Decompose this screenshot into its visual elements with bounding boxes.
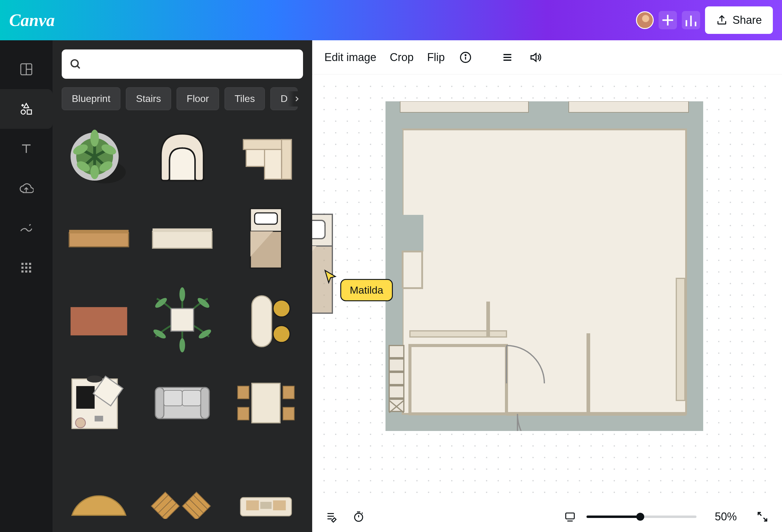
speaker-icon — [529, 51, 542, 64]
svg-rect-16 — [25, 267, 28, 269]
element-dining-set[interactable] — [229, 366, 303, 437]
svg-point-58 — [273, 326, 290, 343]
svg-rect-105 — [389, 372, 404, 385]
svg-rect-41 — [264, 150, 282, 179]
zoom-label[interactable]: 50% — [715, 510, 737, 523]
avatar[interactable] — [636, 11, 654, 29]
element-l-sofa[interactable] — [229, 121, 303, 192]
svg-rect-103 — [389, 345, 404, 358]
info-button[interactable] — [458, 50, 473, 65]
search-input[interactable] — [62, 49, 303, 79]
text-icon — [19, 141, 34, 156]
element-patio-chairs[interactable] — [145, 448, 219, 519]
svg-rect-96 — [400, 101, 529, 112]
timer-icon — [352, 510, 365, 523]
audio-button[interactable] — [528, 50, 543, 65]
top-header: Canva Share — [0, 0, 782, 40]
filter-chip-blueprint[interactable]: Blueprint — [62, 87, 120, 110]
zoom-slider[interactable] — [586, 516, 697, 518]
element-bed[interactable] — [229, 203, 303, 274]
svg-rect-86 — [260, 502, 272, 509]
svg-rect-84 — [246, 500, 259, 510]
notes-button[interactable] — [324, 509, 339, 524]
svg-rect-66 — [155, 388, 164, 419]
svg-rect-71 — [238, 386, 249, 399]
rail-apps[interactable] — [0, 248, 52, 288]
filter-chips: Blueprint Stairs Floor Tiles D — [62, 87, 303, 110]
share-button[interactable]: Share — [705, 6, 773, 34]
elements-icon — [19, 102, 34, 116]
add-button[interactable] — [659, 11, 677, 29]
svg-rect-64 — [95, 416, 103, 421]
element-plant-pot[interactable] — [62, 121, 136, 192]
floorplan[interactable] — [386, 101, 703, 431]
crop-button[interactable]: Crop — [390, 51, 414, 64]
cloud-upload-icon — [19, 181, 34, 196]
svg-rect-15 — [22, 267, 24, 269]
grid-toggle-button[interactable] — [563, 509, 577, 524]
rail-draw[interactable] — [0, 208, 52, 248]
zoom-slider-thumb[interactable] — [636, 513, 644, 521]
svg-line-22 — [77, 66, 80, 68]
fullscreen-icon — [756, 510, 769, 523]
dragging-element-bed[interactable] — [312, 212, 335, 319]
svg-rect-17 — [29, 267, 31, 269]
element-pot-fern[interactable] — [145, 284, 219, 355]
element-sofa-grey[interactable] — [145, 366, 219, 437]
filter-scroll-right[interactable] — [288, 91, 303, 107]
search-icon — [69, 58, 82, 71]
svg-rect-55 — [171, 309, 194, 331]
svg-rect-110 — [410, 345, 506, 414]
timer-button[interactable] — [351, 509, 366, 524]
svg-point-21 — [71, 60, 78, 67]
element-half-round-table[interactable] — [62, 448, 136, 519]
svg-rect-9 — [27, 110, 32, 114]
fullscreen-button[interactable] — [755, 509, 770, 524]
search-field[interactable] — [88, 59, 296, 70]
svg-rect-39 — [281, 140, 291, 179]
svg-rect-19 — [25, 270, 28, 273]
svg-rect-79 — [182, 492, 210, 519]
element-living-set[interactable] — [62, 366, 136, 437]
element-armchair[interactable] — [145, 121, 219, 192]
edit-image-button[interactable]: Edit image — [324, 51, 376, 64]
element-sideboard-wood[interactable] — [62, 203, 136, 274]
svg-rect-74 — [283, 408, 294, 420]
info-icon — [459, 51, 472, 64]
canvas-viewport[interactable]: Matilda — [312, 74, 782, 501]
svg-rect-13 — [25, 263, 28, 265]
svg-rect-48 — [71, 307, 127, 336]
svg-point-89 — [465, 54, 466, 55]
rail-templates[interactable] — [0, 49, 52, 89]
svg-point-8 — [21, 110, 25, 114]
element-rug-terracotta[interactable] — [62, 284, 136, 355]
flip-button[interactable]: Flip — [427, 51, 445, 64]
svg-rect-69 — [182, 390, 201, 406]
svg-rect-100 — [386, 215, 423, 252]
svg-rect-60 — [76, 386, 95, 409]
filter-chip-floor[interactable]: Floor — [177, 87, 219, 110]
filter-chip-tiles[interactable]: Tiles — [224, 87, 265, 110]
svg-rect-97 — [569, 101, 688, 112]
rail-elements[interactable] — [0, 89, 52, 129]
svg-point-62 — [75, 418, 85, 428]
insights-button[interactable] — [682, 11, 700, 29]
svg-point-49 — [154, 296, 169, 309]
rail-text[interactable] — [0, 129, 52, 168]
svg-rect-14 — [29, 263, 31, 265]
element-table-stools[interactable] — [229, 284, 303, 355]
element-sideboard-light[interactable] — [145, 203, 219, 274]
rail-uploads[interactable] — [0, 168, 52, 208]
upload-icon — [716, 14, 727, 26]
svg-rect-94 — [312, 220, 325, 239]
svg-rect-101 — [402, 252, 422, 288]
filter-chip-stairs[interactable]: Stairs — [126, 87, 171, 110]
list-button[interactable] — [500, 50, 515, 65]
cursor-icon — [323, 269, 338, 284]
svg-rect-125 — [566, 513, 574, 519]
left-rail — [0, 40, 52, 532]
svg-rect-56 — [252, 296, 272, 347]
brand-logo[interactable]: Canva — [9, 10, 636, 30]
element-sofa-cream[interactable] — [229, 448, 303, 519]
svg-line-124 — [362, 513, 363, 514]
